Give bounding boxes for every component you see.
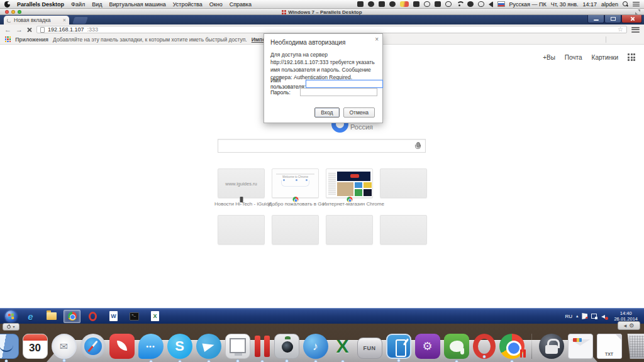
input-source-label[interactable]: Русская — ПК xyxy=(509,1,547,8)
excel-taskbar-icon[interactable]: X xyxy=(147,310,164,323)
wifi-icon[interactable] xyxy=(456,1,463,7)
windows-explorer-taskbar-icon[interactable] xyxy=(43,310,60,323)
menu-virtual-machine[interactable]: Виртуальная машина xyxy=(109,1,165,8)
gmail-link[interactable]: Почта xyxy=(565,54,582,61)
gear-app-icon[interactable]: ⚙ xyxy=(415,334,440,359)
thumbnail-empty[interactable] xyxy=(326,215,373,244)
mail-stack-icon[interactable] xyxy=(568,334,593,359)
win-close-button[interactable] xyxy=(621,15,642,23)
skype-icon[interactable]: S xyxy=(167,334,192,359)
logged-in-user[interactable]: alpden xyxy=(601,1,618,8)
address-bar[interactable]: 192.168.1.107 :333 ☆ xyxy=(36,26,627,33)
word-taskbar-icon[interactable]: W xyxy=(105,310,122,323)
gauge-status-icon[interactable] xyxy=(400,1,409,7)
time-machine-icon[interactable] xyxy=(478,1,484,7)
apps-shortcut-label[interactable]: Приложения xyxy=(15,36,48,43)
new-tab-button[interactable] xyxy=(72,17,88,24)
thumbnail-empty[interactable] xyxy=(272,215,319,244)
bookmark-star-icon[interactable]: ☆ xyxy=(618,26,623,33)
password-field[interactable] xyxy=(300,88,377,96)
taskbar-clock[interactable]: 14:40 26.01.2014 xyxy=(611,310,640,322)
collapse-icon[interactable]: ◂ xyxy=(624,322,627,329)
fun-drive-icon[interactable]: FUN xyxy=(357,337,382,359)
fullscreen-icon[interactable] xyxy=(635,9,640,14)
google-search-box[interactable] xyxy=(218,139,426,153)
gear-icon[interactable]: ⚙ xyxy=(629,322,634,329)
airplay-status-icon[interactable] xyxy=(435,1,441,7)
accessibility-status-icon[interactable] xyxy=(467,1,474,7)
excel-icon[interactable]: X xyxy=(332,334,353,359)
spotlight-search-icon[interactable] xyxy=(623,1,628,7)
display-app-icon[interactable] xyxy=(225,334,250,359)
apps-shortcut-icon[interactable] xyxy=(5,36,11,42)
thumbnail-empty[interactable] xyxy=(380,168,427,198)
username-field[interactable] xyxy=(306,80,383,88)
trash-icon[interactable] xyxy=(626,334,644,359)
finder-icon[interactable] xyxy=(0,334,19,359)
iphoto-icon[interactable] xyxy=(274,334,299,359)
login-button[interactable]: Вход xyxy=(314,107,339,118)
headphones-status-icon[interactable] xyxy=(424,1,430,7)
network-status-icon[interactable] xyxy=(591,314,597,319)
volume-muted-icon[interactable] xyxy=(601,313,608,319)
plus-you-link[interactable]: +Вы xyxy=(543,54,555,61)
messages-icon[interactable]: ••• xyxy=(138,334,164,359)
voice-search-mic-icon[interactable] xyxy=(414,142,420,150)
mail-icon[interactable]: ✉ xyxy=(52,334,77,359)
txt-stack-icon[interactable]: TXT xyxy=(597,334,622,359)
thumbnail-empty[interactable] xyxy=(380,215,427,244)
win-minimize-button[interactable] xyxy=(587,15,604,23)
menu-view[interactable]: Вид xyxy=(92,1,102,8)
cancel-status-icon[interactable] xyxy=(389,1,396,7)
telegram-icon[interactable] xyxy=(196,334,221,359)
chrome-dock-icon[interactable] xyxy=(499,334,525,359)
tab-close-icon[interactable]: × xyxy=(63,18,66,23)
apple-menu-icon[interactable] xyxy=(4,1,10,8)
back-icon[interactable]: ← xyxy=(4,26,11,33)
win-maximize-button[interactable] xyxy=(604,15,621,23)
chrome-menu-icon[interactable] xyxy=(631,27,640,33)
cancel-button[interactable]: Отмена xyxy=(343,107,375,118)
action-center-icon[interactable] xyxy=(582,313,587,319)
browser-tab[interactable]: Новая вкладка × xyxy=(4,16,69,25)
sync-status-icon[interactable] xyxy=(368,1,374,7)
chrome-taskbar-icon[interactable] xyxy=(64,310,80,323)
chat-status-icon[interactable] xyxy=(357,1,364,7)
onepassword-icon[interactable] xyxy=(539,334,564,359)
calendar-icon[interactable]: 30 xyxy=(23,334,48,359)
menu-app-name[interactable]: Parallels Desktop xyxy=(17,1,64,8)
phone-utility-icon[interactable] xyxy=(386,334,411,359)
thumbnail-iguides[interactable]: www.iguides.ru Новости Hi-Tech - iGuide.… xyxy=(218,168,265,198)
command-prompt-taskbar-icon[interactable]: >_ xyxy=(126,310,143,323)
forward-icon[interactable]: → xyxy=(16,26,23,33)
dialog-close-icon[interactable]: × xyxy=(375,36,379,43)
vm-settings-control[interactable]: ◂ ⚙ xyxy=(618,321,640,330)
itunes-icon[interactable]: ♪ xyxy=(303,334,328,359)
language-indicator[interactable]: RU xyxy=(565,314,572,319)
menu-devices[interactable]: Устройства xyxy=(173,1,203,8)
clipboard-status-icon[interactable] xyxy=(379,1,385,7)
hidden-icons-arrow-icon[interactable]: ▴ xyxy=(576,314,579,319)
vm-power-control[interactable]: ▾ xyxy=(3,323,19,331)
google-apps-grid-icon[interactable] xyxy=(628,53,635,61)
menu-help[interactable]: Справка xyxy=(230,1,252,8)
stop-loading-icon[interactable] xyxy=(27,27,32,32)
internet-explorer-taskbar-icon[interactable]: e xyxy=(22,310,39,323)
menu-date[interactable]: Чт, 30 янв. xyxy=(551,1,579,8)
volume-menu-icon[interactable] xyxy=(489,1,493,8)
evernote-icon[interactable] xyxy=(444,334,469,359)
safari-icon[interactable] xyxy=(80,334,106,359)
chat-bubble-status-icon[interactable] xyxy=(445,1,452,7)
app7-status-icon[interactable] xyxy=(413,1,419,7)
menu-clock[interactable]: 14:17 xyxy=(582,1,597,8)
leaf-app-icon[interactable] xyxy=(109,334,135,359)
images-link[interactable]: Картинки xyxy=(592,54,618,61)
menu-file[interactable]: Файл xyxy=(71,1,85,8)
start-button[interactable] xyxy=(5,310,17,322)
thumbnail-empty[interactable] xyxy=(218,215,265,244)
input-language-flag-icon[interactable] xyxy=(497,1,505,7)
opera-icon[interactable] xyxy=(473,334,496,359)
opera-taskbar-icon[interactable] xyxy=(84,310,101,323)
menu-window[interactable]: Окно xyxy=(209,1,223,8)
thumbnail-chrome-welcome[interactable]: Welcome to Chrome Добро пожаловать в Go.… xyxy=(272,168,319,198)
